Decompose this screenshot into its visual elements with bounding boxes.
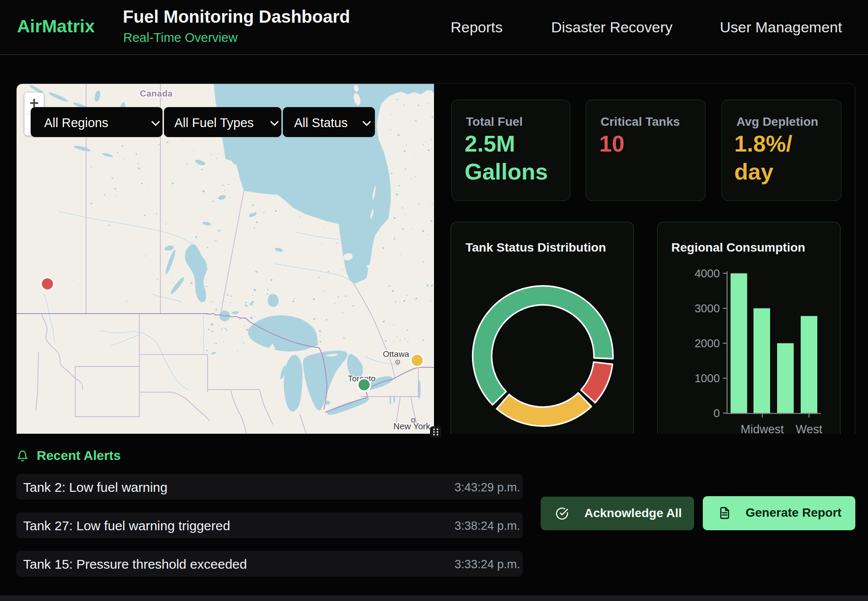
svg-text:2000: 2000 [694,337,720,350]
svg-text:Ottawa: Ottawa [383,349,410,359]
svg-text:Midwest: Midwest [740,423,784,434]
svg-text:Canada: Canada [140,89,173,98]
svg-text:1000: 1000 [694,372,720,385]
svg-text:West: West [795,423,823,434]
svg-text:3000: 3000 [694,302,720,315]
svg-text:New York: New York [393,421,431,431]
svg-text:0: 0 [714,407,720,420]
svg-text:4000: 4000 [694,267,720,280]
